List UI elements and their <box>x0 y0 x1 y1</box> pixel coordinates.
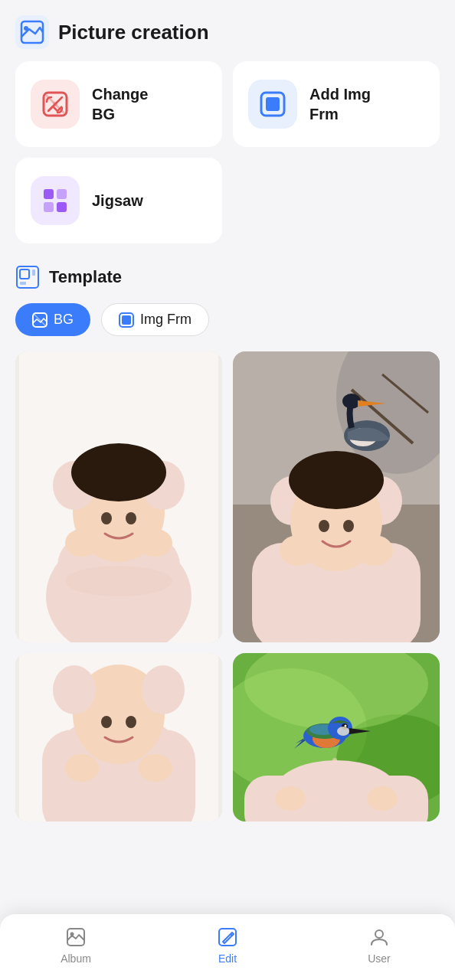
template-section: Template BG Img Frm <box>0 265 455 822</box>
filter-bg-label: BG <box>54 312 74 328</box>
person-illustration-1 <box>15 351 222 642</box>
svg-rect-8 <box>44 189 54 199</box>
svg-point-47 <box>343 520 354 532</box>
svg-rect-19 <box>122 315 131 325</box>
add-img-frm-card[interactable]: Add ImgFrm <box>233 61 440 147</box>
svg-rect-10 <box>44 202 54 212</box>
svg-point-49 <box>356 535 393 566</box>
album-icon <box>65 926 87 948</box>
album-label: Album <box>61 952 91 965</box>
photo-grid <box>15 351 440 822</box>
kingfisher-illustration <box>233 653 440 822</box>
nav-user[interactable]: User <box>349 926 410 965</box>
jigsaw-card[interactable]: Jigsaw <box>15 158 222 243</box>
svg-point-2 <box>24 26 28 31</box>
change-bg-card[interactable]: ChangeBG <box>15 61 222 147</box>
svg-point-77 <box>70 933 74 936</box>
add-img-frm-icon <box>258 90 287 119</box>
template-header: Template <box>15 265 440 289</box>
nav-album[interactable]: Album <box>45 926 106 965</box>
filter-imgfrm-icon <box>119 312 134 328</box>
jigsaw-icon <box>41 186 70 215</box>
svg-point-28 <box>126 512 136 524</box>
svg-point-31 <box>65 566 172 596</box>
cards-row-bottom: Jigsaw <box>15 158 440 243</box>
app-icon <box>15 15 49 49</box>
user-label: User <box>368 952 391 965</box>
person-partial-illustration <box>15 653 222 822</box>
filter-row: BG Img Frm <box>15 303 440 336</box>
bottom-nav: Album Edit User <box>0 913 455 980</box>
photo-cell-4[interactable] <box>233 653 440 822</box>
svg-point-27 <box>101 512 112 524</box>
user-icon <box>368 926 390 948</box>
add-img-frm-icon-wrap <box>248 80 297 129</box>
jigsaw-label: Jigsaw <box>92 191 143 211</box>
svg-point-79 <box>375 930 383 938</box>
cards-row-top: ChangeBG Add ImgFrm <box>15 61 440 147</box>
cards-section: ChangeBG Add ImgFrm Ji <box>0 61 455 243</box>
svg-point-59 <box>139 754 172 782</box>
change-bg-icon-wrap <box>31 80 80 129</box>
svg-point-45 <box>289 451 384 509</box>
svg-point-56 <box>53 665 96 714</box>
svg-point-71 <box>337 727 349 736</box>
svg-rect-13 <box>20 270 29 279</box>
svg-point-55 <box>126 716 136 728</box>
photo-cell-3[interactable] <box>15 653 222 822</box>
nav-edit[interactable]: Edit <box>197 926 258 965</box>
template-icon <box>15 265 40 289</box>
change-bg-label: ChangeBG <box>92 84 148 124</box>
svg-point-30 <box>139 529 172 557</box>
svg-point-29 <box>65 529 99 557</box>
svg-rect-14 <box>20 282 26 285</box>
svg-rect-11 <box>57 202 67 212</box>
jigsaw-icon-wrap <box>31 176 80 225</box>
filter-bg-button[interactable]: BG <box>15 303 90 336</box>
app-header: Picture creation <box>0 0 455 61</box>
svg-point-70 <box>345 725 347 727</box>
photo-cell-1[interactable] <box>15 351 222 642</box>
change-bg-icon <box>41 90 70 119</box>
svg-rect-9 <box>57 189 67 199</box>
svg-point-54 <box>101 716 112 728</box>
page-title: Picture creation <box>58 21 209 44</box>
edit-label: Edit <box>218 952 237 965</box>
svg-point-58 <box>65 754 99 782</box>
svg-rect-15 <box>32 270 35 276</box>
template-title: Template <box>49 267 122 287</box>
bird-bg-illustration <box>233 351 440 642</box>
svg-point-75 <box>367 786 398 811</box>
add-img-frm-label: Add ImgFrm <box>309 84 371 124</box>
svg-point-57 <box>142 665 185 714</box>
photo-cell-2[interactable] <box>233 351 440 642</box>
svg-rect-7 <box>266 97 280 111</box>
filter-imgfrm-label: Img Frm <box>140 312 191 328</box>
svg-point-46 <box>319 520 329 532</box>
filter-imgfrm-button[interactable]: Img Frm <box>101 303 209 336</box>
filter-bg-icon <box>32 312 47 328</box>
svg-point-74 <box>275 786 306 811</box>
svg-point-26 <box>71 443 166 501</box>
svg-point-48 <box>280 535 316 566</box>
edit-icon <box>217 926 238 948</box>
